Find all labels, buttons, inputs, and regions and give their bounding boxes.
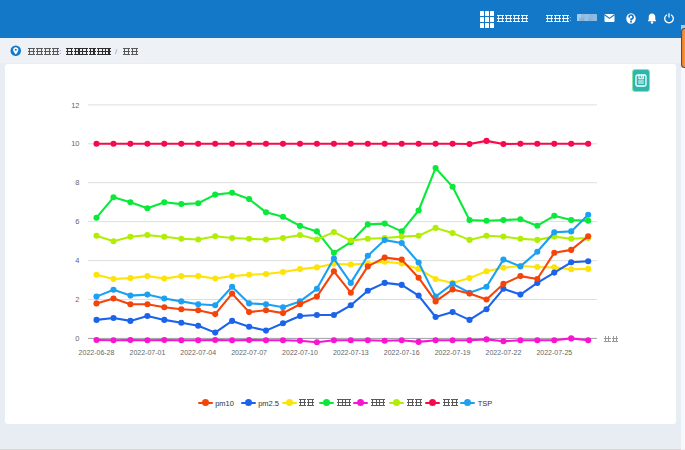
svg-text:2022-07-10: 2022-07-10: [282, 349, 318, 356]
svg-text:2022-07-19: 2022-07-19: [435, 349, 471, 356]
svg-text:2022-07-04: 2022-07-04: [180, 349, 216, 356]
svg-text:8: 8: [75, 178, 79, 187]
svg-text:2022-07-16: 2022-07-16: [384, 349, 420, 356]
svg-text:10: 10: [71, 139, 79, 148]
svg-text:6: 6: [75, 217, 79, 226]
svg-text:2022-07-22: 2022-07-22: [485, 349, 521, 356]
svg-text:2: 2: [75, 295, 79, 304]
svg-text:0: 0: [75, 334, 79, 343]
svg-text:12: 12: [71, 101, 79, 110]
svg-text:2022-07-25: 2022-07-25: [536, 349, 572, 356]
svg-text:2022-07-13: 2022-07-13: [333, 349, 369, 356]
svg-text:2022-07-07: 2022-07-07: [231, 349, 267, 356]
svg-text:4: 4: [75, 256, 79, 265]
svg-text:2022-07-01: 2022-07-01: [129, 349, 165, 356]
svg-text:2022-06-28: 2022-06-28: [79, 349, 115, 356]
